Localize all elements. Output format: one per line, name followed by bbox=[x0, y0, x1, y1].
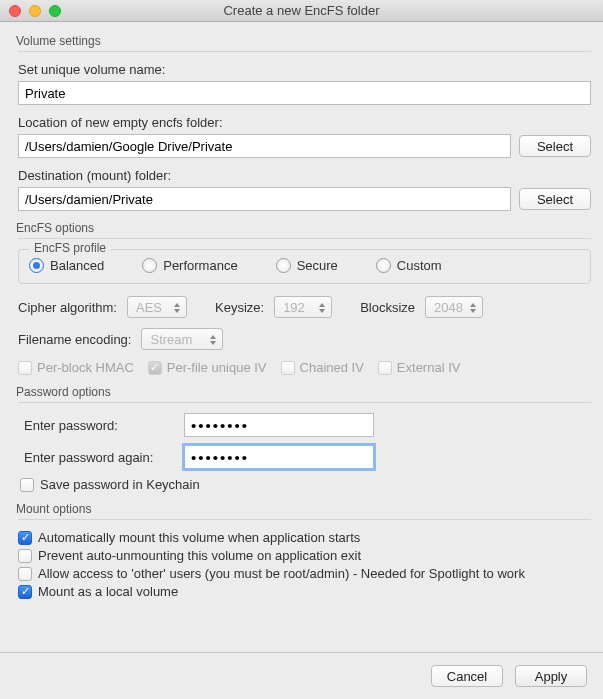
section-encfs-label: EncFS options bbox=[16, 221, 591, 235]
filename-encoding-select[interactable]: Stream bbox=[141, 328, 223, 350]
radio-icon bbox=[29, 258, 44, 273]
maximize-icon[interactable] bbox=[49, 5, 61, 17]
footer: Cancel Apply bbox=[0, 652, 603, 699]
radio-icon bbox=[142, 258, 157, 273]
password-label: Enter password: bbox=[24, 418, 174, 433]
titlebar: Create a new EncFS folder bbox=[0, 0, 603, 22]
radio-performance[interactable]: Performance bbox=[142, 258, 237, 273]
checkbox-icon bbox=[148, 361, 162, 375]
keychain-label[interactable]: Save password in Keychain bbox=[40, 477, 200, 492]
checkbox-icon bbox=[18, 585, 32, 599]
chevron-updown-icon bbox=[317, 299, 327, 317]
password-input[interactable] bbox=[184, 413, 374, 437]
chevron-updown-icon bbox=[468, 299, 478, 317]
filename-encoding-label: Filename encoding: bbox=[18, 332, 131, 347]
apply-button[interactable]: Apply bbox=[515, 665, 587, 687]
divider bbox=[18, 51, 591, 52]
radio-label: Custom bbox=[397, 258, 442, 273]
cb-per-block-hmac: Per-block HMAC bbox=[18, 360, 134, 375]
cb-allow-other[interactable]: Allow access to 'other' users (you must … bbox=[18, 566, 591, 581]
checkbox-icon bbox=[18, 531, 32, 545]
blocksize-label: Blocksize bbox=[360, 300, 415, 315]
cb-auto-mount[interactable]: Automatically mount this volume when app… bbox=[18, 530, 591, 545]
window-controls bbox=[9, 5, 61, 17]
select-location-button[interactable]: Select bbox=[519, 135, 591, 157]
chevron-updown-icon bbox=[172, 299, 182, 317]
minimize-icon[interactable] bbox=[29, 5, 41, 17]
destination-label: Destination (mount) folder: bbox=[18, 168, 591, 183]
location-input[interactable] bbox=[18, 134, 511, 158]
location-label: Location of new empty encfs folder: bbox=[18, 115, 591, 130]
radio-custom[interactable]: Custom bbox=[376, 258, 442, 273]
profile-legend: EncFS profile bbox=[29, 241, 111, 255]
window-title: Create a new EncFS folder bbox=[0, 3, 603, 18]
checkbox-icon bbox=[378, 361, 392, 375]
divider bbox=[18, 402, 591, 403]
radio-label: Balanced bbox=[50, 258, 104, 273]
section-volume-label: Volume settings bbox=[16, 34, 591, 48]
divider bbox=[18, 519, 591, 520]
profile-group: EncFS profile Balanced Performance Secur… bbox=[18, 249, 591, 284]
cancel-button[interactable]: Cancel bbox=[431, 665, 503, 687]
cipher-select[interactable]: AES bbox=[127, 296, 187, 318]
radio-balanced[interactable]: Balanced bbox=[29, 258, 104, 273]
radio-secure[interactable]: Secure bbox=[276, 258, 338, 273]
destination-input[interactable] bbox=[18, 187, 511, 211]
radio-label: Performance bbox=[163, 258, 237, 273]
checkbox-icon bbox=[18, 567, 32, 581]
keysize-label: Keysize: bbox=[215, 300, 264, 315]
section-mount-label: Mount options bbox=[16, 502, 591, 516]
radio-icon bbox=[376, 258, 391, 273]
cb-local-volume[interactable]: Mount as a local volume bbox=[18, 584, 591, 599]
cb-prevent-unmount[interactable]: Prevent auto-unmounting this volume on a… bbox=[18, 548, 591, 563]
radio-label: Secure bbox=[297, 258, 338, 273]
volume-name-input[interactable] bbox=[18, 81, 591, 105]
volume-name-label: Set unique volume name: bbox=[18, 62, 591, 77]
cb-chained-iv: Chained IV bbox=[281, 360, 364, 375]
password-again-input[interactable] bbox=[184, 445, 374, 469]
chevron-updown-icon bbox=[208, 331, 218, 349]
checkbox-icon bbox=[18, 361, 32, 375]
password-again-label: Enter password again: bbox=[24, 450, 174, 465]
radio-icon bbox=[276, 258, 291, 273]
cb-external-iv: External IV bbox=[378, 360, 461, 375]
select-destination-button[interactable]: Select bbox=[519, 188, 591, 210]
close-icon[interactable] bbox=[9, 5, 21, 17]
cb-per-file-iv: Per-file unique IV bbox=[148, 360, 267, 375]
divider bbox=[18, 238, 591, 239]
checkbox-icon bbox=[281, 361, 295, 375]
section-password-label: Password options bbox=[16, 385, 591, 399]
cipher-label: Cipher algorithm: bbox=[18, 300, 117, 315]
checkbox-icon bbox=[18, 549, 32, 563]
blocksize-select[interactable]: 2048 bbox=[425, 296, 483, 318]
checkbox-icon[interactable] bbox=[20, 478, 34, 492]
keysize-select[interactable]: 192 bbox=[274, 296, 332, 318]
